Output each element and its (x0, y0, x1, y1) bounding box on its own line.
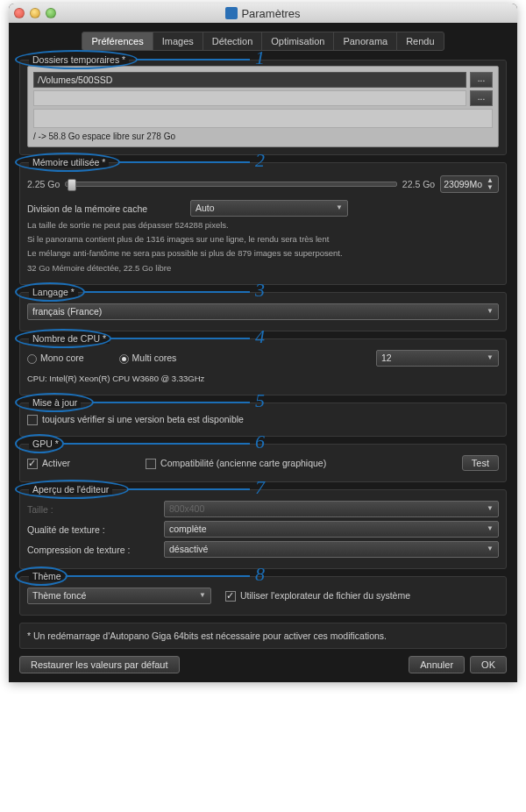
legend-gpu: GPU * (29, 438, 62, 449)
memory-slider[interactable] (65, 182, 396, 187)
mem-note-2: Si le panorama contient plus de 1316 ima… (27, 234, 499, 246)
explorer-label: Utiliser l'explorateur de fichier du sys… (240, 590, 410, 601)
temp-path-2[interactable] (33, 90, 466, 106)
size-value: 800x400 (169, 503, 204, 514)
section-cpu: Nombre de CPU * Mono core Multi cores 12… (19, 338, 507, 395)
titlebar: Paramètres (9, 4, 517, 23)
section-gpu: GPU * Activer Compatibilité (ancienne ca… (19, 444, 507, 482)
cache-label: Division de la mémoire cache (27, 203, 185, 214)
app-icon (225, 7, 238, 19)
compression-select[interactable]: désactivé (164, 541, 499, 558)
tab-optimisation[interactable]: Optimisation (261, 32, 334, 51)
tab-panorama[interactable]: Panorama (333, 32, 397, 51)
memory-value: 23099Mo (444, 179, 482, 189)
legend-update: Mise à jour (29, 397, 81, 408)
size-label: Taille : (27, 504, 159, 515)
legend-language: Langage * (29, 287, 78, 297)
window-title-text: Paramètres (241, 7, 300, 20)
temp-empty-row (33, 109, 493, 128)
tabs: Préférences Images Détection Optimisatio… (19, 32, 507, 51)
tab-preferences[interactable]: Préférences (82, 32, 153, 51)
section-editor: Aperçu de l'éditeur Taille : 800x400 Qua… (19, 489, 507, 569)
section-language: Langage * français (France) 3 (19, 292, 507, 331)
gpu-compat-checkbox[interactable]: Compatibilité (ancienne carte graphique) (146, 458, 326, 469)
section-update: Mise à jour toujours vérifier si une ver… (19, 402, 507, 437)
system-explorer-checkbox[interactable]: Utiliser l'explorateur de fichier du sys… (225, 590, 410, 602)
gpu-compat-label: Compatibilité (ancienne carte graphique) (160, 458, 326, 468)
radio-mono[interactable]: Mono core (27, 353, 84, 364)
mem-note-3: Le mélange anti-fantôme ne sera pas poss… (27, 248, 499, 260)
restart-note-box: * Un redémarrage d'Autopano Giga 64bits … (19, 623, 507, 649)
legend-memory: Mémoire utilisée * (29, 157, 109, 167)
legend-cpu: Nombre de CPU * (29, 333, 110, 344)
footer: Restaurer les valeurs par défaut Annuler… (19, 656, 507, 673)
temp-path-1[interactable] (33, 72, 466, 88)
size-select[interactable]: 800x400 (164, 501, 499, 517)
mem-note-4: 32 Go Mémoire détectée, 22.5 Go libre (27, 263, 499, 274)
compression-label: Compression de texture : (27, 545, 159, 555)
settings-window: Paramètres Préférences Images Détection … (9, 4, 517, 682)
gpu-activate-checkbox[interactable]: Activer (27, 458, 70, 469)
ok-button[interactable]: OK (470, 656, 507, 673)
window-body: Préférences Images Détection Optimisatio… (9, 23, 517, 682)
cancel-button[interactable]: Annuler (409, 656, 465, 673)
multi-label: Multi cores (132, 353, 177, 363)
cpu-count-select[interactable]: 12 (376, 350, 499, 367)
tab-rendu[interactable]: Rendu (396, 32, 444, 51)
restore-defaults-button[interactable]: Restaurer les valeurs par défaut (19, 656, 180, 673)
mono-label: Mono core (40, 353, 84, 363)
legend-editor: Aperçu de l'éditeur (29, 484, 112, 495)
memory-spinner[interactable]: 23099Mo ▲▼ (440, 175, 499, 193)
radio-multi[interactable]: Multi cores (119, 353, 177, 364)
window-title: Paramètres (9, 7, 517, 20)
spin-down-icon[interactable]: ▼ (485, 184, 495, 191)
beta-label: toujours vérifier si une version beta es… (42, 414, 244, 424)
section-memory: Mémoire utilisée * 2.25 Go 22.5 Go 23099… (19, 162, 507, 285)
texture-label: Qualité de texture : (27, 524, 159, 535)
gpu-activate-label: Activer (42, 458, 70, 468)
cache-value: Auto (195, 203, 215, 213)
mem-min: 2.25 Go (27, 179, 60, 189)
texture-value: complète (169, 524, 207, 534)
texture-select[interactable]: complète (164, 521, 499, 538)
language-value: français (France) (32, 306, 102, 317)
restart-note: * Un redémarrage d'Autopano Giga 64bits … (27, 630, 387, 641)
tab-detection[interactable]: Détection (203, 32, 262, 51)
legend-temp: Dossiers temporaires * (29, 54, 129, 65)
mem-max: 22.5 Go (402, 179, 435, 189)
browse-button-1[interactable]: ... (470, 72, 493, 88)
beta-checkbox[interactable]: toujours vérifier si une version beta es… (27, 414, 244, 425)
temp-folder-box: ... ... / -> 58.8 Go espace libre sur 27… (27, 66, 499, 147)
section-theme: Thème Thème foncé Utiliser l'explorateur… (19, 576, 507, 616)
cpu-info: CPU: Intel(R) Xeon(R) CPU W3680 @ 3.33GH… (27, 374, 499, 385)
legend-theme: Thème (29, 571, 65, 581)
browse-button-2[interactable]: ... (470, 90, 493, 106)
disk-space-info: / -> 58.8 Go espace libre sur 278 Go (33, 132, 493, 141)
compression-value: désactivé (169, 544, 208, 554)
section-temp-folders: Dossiers temporaires * ... ... / -> 58.8… (19, 60, 507, 155)
tab-images[interactable]: Images (153, 32, 203, 51)
theme-select[interactable]: Thème foncé (27, 588, 211, 604)
cache-select[interactable]: Auto (190, 200, 348, 217)
theme-value: Thème foncé (32, 590, 86, 601)
slider-thumb[interactable] (68, 179, 76, 191)
mem-note-1: La taille de sortie ne peut pas dépasser… (27, 220, 499, 231)
language-select[interactable]: français (France) (27, 303, 499, 320)
gpu-test-button[interactable]: Test (462, 455, 499, 471)
cpu-count: 12 (381, 353, 392, 363)
